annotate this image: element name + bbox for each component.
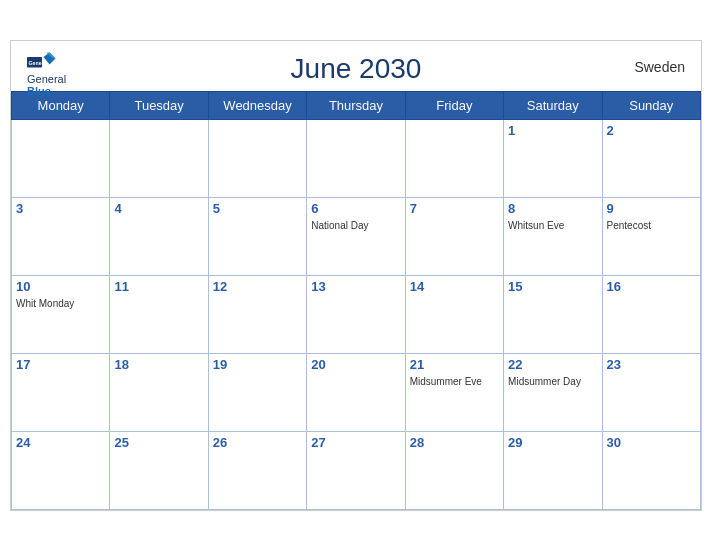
holiday-name: Midsummer Eve [410, 375, 499, 388]
day-number: 2 [607, 122, 696, 140]
weekday-header-saturday: Saturday [504, 91, 602, 119]
logo-icon: General [27, 51, 63, 75]
day-number: 6 [311, 200, 400, 218]
calendar-day-cell [110, 119, 208, 197]
weekday-header-sunday: Sunday [602, 91, 700, 119]
day-number: 21 [410, 356, 499, 374]
day-number: 24 [16, 434, 105, 452]
calendar-week-row: 1718192021Midsummer Eve22Midsummer Day23 [12, 353, 701, 431]
calendar-day-cell: 16 [602, 275, 700, 353]
calendar-day-cell: 7 [405, 197, 503, 275]
holiday-name: Whit Monday [16, 297, 105, 310]
calendar-day-cell: 5 [208, 197, 306, 275]
logo-general-text: General [27, 73, 66, 85]
holiday-name: National Day [311, 219, 400, 232]
calendar-day-cell: 4 [110, 197, 208, 275]
day-number: 12 [213, 278, 302, 296]
calendar-week-row: 3456National Day78Whitsun Eve9Pentecost [12, 197, 701, 275]
calendar-day-cell: 6National Day [307, 197, 405, 275]
calendar-day-cell: 9Pentecost [602, 197, 700, 275]
weekday-header-friday: Friday [405, 91, 503, 119]
day-number: 26 [213, 434, 302, 452]
holiday-name: Midsummer Day [508, 375, 597, 388]
calendar-grid: MondayTuesdayWednesdayThursdayFridaySatu… [11, 91, 701, 510]
day-number: 9 [607, 200, 696, 218]
country-label: Sweden [634, 59, 685, 75]
day-number: 29 [508, 434, 597, 452]
calendar-day-cell: 20 [307, 353, 405, 431]
calendar-day-cell [12, 119, 110, 197]
holiday-name: Pentecost [607, 219, 696, 232]
calendar-day-cell: 23 [602, 353, 700, 431]
calendar-day-cell [307, 119, 405, 197]
calendar-day-cell: 11 [110, 275, 208, 353]
calendar-day-cell: 3 [12, 197, 110, 275]
calendar-day-cell: 29 [504, 431, 602, 509]
day-number: 11 [114, 278, 203, 296]
calendar-day-cell: 14 [405, 275, 503, 353]
day-number: 10 [16, 278, 105, 296]
calendar-day-cell: 18 [110, 353, 208, 431]
day-number: 15 [508, 278, 597, 296]
calendar-day-cell: 27 [307, 431, 405, 509]
day-number: 20 [311, 356, 400, 374]
day-number: 19 [213, 356, 302, 374]
calendar-title: June 2030 [291, 53, 422, 85]
calendar-day-cell: 19 [208, 353, 306, 431]
calendar-day-cell: 24 [12, 431, 110, 509]
day-number: 25 [114, 434, 203, 452]
day-number: 28 [410, 434, 499, 452]
calendar-week-row: 12 [12, 119, 701, 197]
calendar-day-cell: 26 [208, 431, 306, 509]
calendar-container: General General Blue June 2030 Sweden Mo… [10, 40, 702, 511]
day-number: 16 [607, 278, 696, 296]
calendar-day-cell: 30 [602, 431, 700, 509]
day-number: 27 [311, 434, 400, 452]
calendar-header: General General Blue June 2030 Sweden [11, 41, 701, 91]
calendar-week-row: 24252627282930 [12, 431, 701, 509]
calendar-day-cell: 15 [504, 275, 602, 353]
weekday-header-thursday: Thursday [307, 91, 405, 119]
calendar-day-cell: 25 [110, 431, 208, 509]
calendar-week-row: 10Whit Monday111213141516 [12, 275, 701, 353]
calendar-day-cell: 13 [307, 275, 405, 353]
day-number: 5 [213, 200, 302, 218]
day-number: 30 [607, 434, 696, 452]
svg-text:General: General [29, 60, 49, 66]
day-number: 7 [410, 200, 499, 218]
day-number: 3 [16, 200, 105, 218]
day-number: 8 [508, 200, 597, 218]
day-number: 22 [508, 356, 597, 374]
weekday-header-wednesday: Wednesday [208, 91, 306, 119]
weekday-header-tuesday: Tuesday [110, 91, 208, 119]
calendar-day-cell: 1 [504, 119, 602, 197]
calendar-day-cell: 21Midsummer Eve [405, 353, 503, 431]
calendar-day-cell [208, 119, 306, 197]
day-number: 23 [607, 356, 696, 374]
calendar-day-cell: 28 [405, 431, 503, 509]
holiday-name: Whitsun Eve [508, 219, 597, 232]
calendar-day-cell: 8Whitsun Eve [504, 197, 602, 275]
logo-blue-text: Blue [27, 85, 66, 97]
day-number: 17 [16, 356, 105, 374]
day-number: 13 [311, 278, 400, 296]
calendar-day-cell [405, 119, 503, 197]
day-number: 1 [508, 122, 597, 140]
calendar-day-cell: 2 [602, 119, 700, 197]
calendar-day-cell: 17 [12, 353, 110, 431]
day-number: 4 [114, 200, 203, 218]
day-number: 18 [114, 356, 203, 374]
calendar-day-cell: 12 [208, 275, 306, 353]
logo-area: General General Blue [27, 51, 66, 97]
calendar-day-cell: 10Whit Monday [12, 275, 110, 353]
weekday-header-row: MondayTuesdayWednesdayThursdayFridaySatu… [12, 91, 701, 119]
day-number: 14 [410, 278, 499, 296]
calendar-day-cell: 22Midsummer Day [504, 353, 602, 431]
